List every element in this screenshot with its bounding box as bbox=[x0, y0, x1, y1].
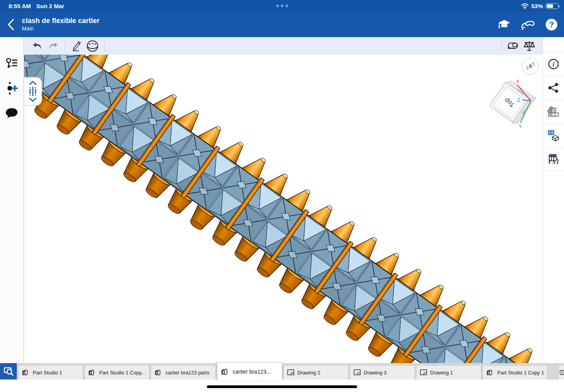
right-rail: i bbox=[543, 37, 564, 363]
part-studio-icon bbox=[88, 368, 96, 377]
feature-list-icon[interactable] bbox=[4, 56, 19, 71]
measure-tape-icon[interactable] bbox=[506, 39, 521, 53]
clock: 8:55 AM bbox=[9, 3, 31, 9]
battery-percent: 53% bbox=[531, 3, 543, 9]
tab-manager-button[interactable] bbox=[0, 363, 17, 380]
multitask-dots-icon[interactable] bbox=[276, 5, 288, 7]
wifi-icon bbox=[521, 3, 528, 9]
tab-part-studio-1-copy-1[interactable]: Part Studio 1 Copy 1 bbox=[482, 365, 548, 380]
scrub-down-icon[interactable] bbox=[29, 98, 37, 102]
scrub-up-icon[interactable] bbox=[29, 81, 37, 85]
variables-icon[interactable]: x bbox=[543, 147, 564, 171]
svg-text:?: ? bbox=[549, 20, 554, 29]
left-rail bbox=[0, 37, 24, 363]
rotation-lock-icon[interactable] bbox=[522, 57, 539, 75]
axis-x-label: X bbox=[516, 79, 519, 84]
part-studio-icon bbox=[221, 367, 230, 376]
tab-part-studio-1-copy[interactable]: Part Studio 1 Copy... bbox=[84, 365, 149, 380]
drawing-icon bbox=[420, 369, 427, 376]
back-button[interactable] bbox=[0, 19, 22, 30]
feature-scrubber[interactable] bbox=[24, 77, 42, 106]
rollback-bars-icon bbox=[28, 86, 37, 96]
comment-icon[interactable] bbox=[4, 106, 19, 121]
drawing-icon bbox=[287, 369, 295, 376]
part-studio-icon bbox=[154, 368, 163, 377]
status-bar: 8:55 AM Sun 2 Mar 53% bbox=[0, 0, 564, 12]
svg-text:i: i bbox=[553, 61, 555, 68]
mass-properties-icon[interactable] bbox=[521, 39, 537, 53]
axis-z-label: Z bbox=[517, 98, 520, 103]
toolbar bbox=[24, 37, 543, 55]
configurations-icon[interactable] bbox=[543, 123, 564, 147]
shaded-sphere-icon[interactable] bbox=[85, 39, 100, 53]
tab-drawing-2[interactable]: Drawing 2 bbox=[283, 365, 349, 380]
battery-icon bbox=[546, 3, 559, 9]
part-studio-icon bbox=[21, 368, 30, 377]
app-header: clash de flexible cartier Main ? bbox=[0, 12, 564, 37]
drawing-icon bbox=[353, 369, 361, 376]
share-icon[interactable] bbox=[543, 76, 564, 100]
model-viewport[interactable]: Top Front Left X Z Y bbox=[24, 55, 543, 363]
redo-icon[interactable] bbox=[45, 39, 61, 53]
part-studio-icon bbox=[486, 368, 495, 377]
info-icon[interactable]: i bbox=[543, 52, 564, 76]
date: Sun 2 Mar bbox=[36, 3, 64, 9]
help-icon[interactable]: ? bbox=[545, 18, 558, 31]
tab-cartier-bra123-active[interactable]: cartier bra123... bbox=[217, 362, 282, 380]
axis-y-label: Y bbox=[519, 124, 522, 129]
view-cube[interactable]: Top Front Left X Z Y bbox=[486, 76, 543, 135]
appearance-icon[interactable] bbox=[543, 100, 564, 123]
workspace-name: Main bbox=[22, 25, 100, 32]
tab-partial[interactable] bbox=[558, 365, 564, 380]
tab-bar: Part Studio 1 Part Studio 1 Copy... cart… bbox=[0, 363, 564, 380]
sketch-pencil-icon[interactable] bbox=[69, 39, 85, 53]
svg-text:x: x bbox=[552, 158, 556, 165]
undo-icon[interactable] bbox=[30, 39, 45, 53]
add-feature-icon[interactable] bbox=[4, 81, 19, 96]
home-indicator[interactable] bbox=[207, 385, 357, 388]
ar-headset-icon[interactable] bbox=[521, 19, 535, 30]
tab-drawing-3[interactable]: Drawing 3 bbox=[350, 365, 415, 380]
graduation-cap-icon[interactable] bbox=[498, 19, 511, 30]
tab-cartier-bra123-parts[interactable]: cartier bra123 parts bbox=[151, 365, 216, 380]
partial-tab-icon bbox=[560, 369, 564, 376]
bracelet-3d-model[interactable] bbox=[24, 55, 543, 363]
tab-part-studio-1[interactable]: Part Studio 1 bbox=[18, 365, 83, 380]
document-title: clash de flexible cartier bbox=[22, 17, 100, 25]
tab-drawing-1[interactable]: Drawing 1 bbox=[416, 365, 481, 380]
